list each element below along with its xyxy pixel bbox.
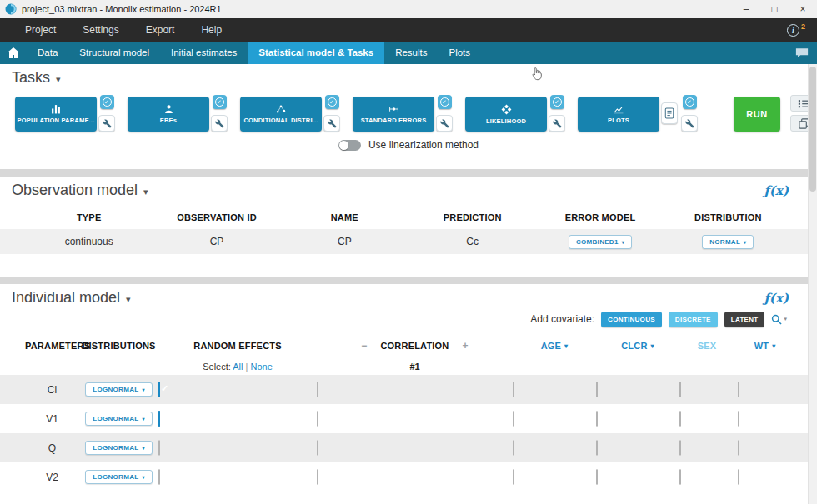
menu-help[interactable]: Help	[188, 18, 235, 42]
parameter-name: Q	[25, 442, 79, 454]
distribution-dropdown[interactable]: LOGNORMAL▾	[85, 441, 152, 455]
conditional-distribution-result-badge[interactable]: ✓	[325, 95, 339, 109]
checkbox-random-effect[interactable]	[158, 382, 160, 397]
standard-errors-result-badge[interactable]: ✓	[438, 95, 452, 109]
checkbox-clcr[interactable]	[596, 469, 598, 485]
likelihood-result-badge[interactable]: ✓	[550, 95, 564, 109]
plots-report-button[interactable]	[661, 102, 678, 124]
covariate-header-clcr[interactable]: CLCR ▾	[596, 341, 679, 351]
standard-errors-button[interactable]: STANDARD ERRORS	[353, 97, 434, 132]
likelihood-settings-button[interactable]	[549, 115, 565, 132]
tab-initial-estimates[interactable]: Initial estimates	[160, 42, 248, 64]
ebes-settings-button[interactable]	[211, 115, 228, 132]
checkbox-clcr[interactable]	[596, 382, 598, 397]
run-button[interactable]: RUN	[734, 97, 780, 132]
home-icon[interactable]	[0, 42, 27, 64]
checkbox-age[interactable]	[513, 382, 514, 397]
chevron-down-icon: ▾	[651, 342, 654, 350]
main-content: Tasks ▾ POPULATION PARAME... ✓	[0, 64, 817, 504]
menu-project[interactable]: Project	[12, 18, 69, 42]
checkbox-wt[interactable]	[738, 440, 739, 456]
checkbox-wt[interactable]	[738, 382, 739, 397]
obs-type-value: continuous	[25, 236, 153, 247]
check-icon: ✓	[215, 97, 224, 107]
task-population-parameters: POPULATION PARAME... ✓	[15, 95, 115, 132]
checkbox-random-effect[interactable]	[158, 469, 160, 485]
checkbox-age[interactable]	[513, 411, 514, 427]
tab-statistical-model-tasks[interactable]: Statistical model & Tasks	[248, 42, 384, 64]
population-parameters-button[interactable]: POPULATION PARAME...	[15, 97, 97, 132]
select-none-link[interactable]: None	[251, 362, 273, 372]
checkbox-random-effect[interactable]	[158, 440, 160, 456]
linearization-toggle[interactable]	[338, 140, 361, 151]
observation-model-formula-icon[interactable]: ƒ(x)	[764, 183, 789, 198]
checkbox-age[interactable]	[513, 440, 514, 456]
individual-model-formula-icon[interactable]: ƒ(x)	[764, 291, 789, 306]
add-latent-covariate-button[interactable]: LATENT	[724, 312, 765, 327]
minimize-button[interactable]: –	[732, 0, 760, 18]
menu-export[interactable]: Export	[133, 18, 188, 42]
feedback-chat-icon[interactable]	[795, 42, 809, 64]
check-icon: ✓	[553, 97, 562, 107]
covariate-header-sex[interactable]: SEX	[679, 341, 738, 351]
population-parameters-result-badge[interactable]: ✓	[100, 95, 114, 109]
plots-settings-button[interactable]	[681, 115, 698, 132]
vertical-scrollbar[interactable]	[808, 64, 817, 504]
conditional-distribution-settings-button[interactable]	[323, 115, 340, 132]
task-likelihood: LIKELIHOOD ✓	[465, 95, 565, 132]
checkbox-correlation[interactable]	[317, 411, 318, 427]
tab-bar: Data Structural model Initial estimates …	[0, 42, 817, 64]
plots-button[interactable]: PLOTS	[578, 97, 659, 132]
checkbox-clcr[interactable]	[596, 411, 598, 427]
ebes-result-badge[interactable]: ✓	[213, 95, 227, 109]
tasks-collapse-caret[interactable]: ▾	[56, 72, 61, 85]
distribution-dropdown[interactable]: LOGNORMAL▾	[85, 412, 152, 426]
checkbox-wt[interactable]	[738, 469, 739, 485]
ebes-button[interactable]: EBEs	[128, 97, 209, 132]
obs-id-value: CP	[153, 236, 280, 247]
likelihood-button[interactable]: LIKELIHOOD	[465, 97, 547, 132]
tab-plots[interactable]: Plots	[439, 42, 482, 64]
tab-structural-model[interactable]: Structural model	[68, 42, 160, 64]
checkbox-clcr[interactable]	[596, 440, 598, 456]
plots-result-badge[interactable]: ✓	[683, 95, 697, 109]
tab-results[interactable]: Results	[384, 42, 438, 64]
standard-errors-settings-button[interactable]	[436, 115, 453, 132]
scatter-icon	[275, 104, 287, 114]
add-continuous-covariate-button[interactable]: CONTINUOUS	[601, 312, 662, 327]
checkbox-sex[interactable]	[679, 382, 681, 397]
covariate-header-wt[interactable]: WT ▾	[738, 341, 792, 351]
distribution-dropdown[interactable]: LOGNORMAL▾	[85, 382, 152, 397]
close-button[interactable]: ×	[789, 0, 817, 18]
select-all-link[interactable]: All	[233, 362, 243, 372]
individual-model-collapse-caret[interactable]: ▾	[126, 292, 131, 305]
distribution-dropdown[interactable]: NORMAL ▾	[702, 235, 754, 249]
checkbox-wt[interactable]	[738, 411, 739, 427]
observation-model-collapse-caret[interactable]: ▾	[143, 184, 148, 197]
population-parameters-settings-button[interactable]	[98, 115, 115, 132]
conditional-distribution-button[interactable]: CONDITIONAL DISTRI...	[240, 97, 322, 132]
column-type: TYPE	[25, 212, 153, 222]
tab-data[interactable]: Data	[27, 42, 68, 64]
notifications-button[interactable]: i 2	[787, 24, 805, 37]
error-model-dropdown[interactable]: COMBINED1 ▾	[569, 235, 632, 249]
distribution-dropdown[interactable]: LOGNORMAL▾	[85, 470, 152, 484]
add-correlation-button[interactable]: +	[463, 340, 469, 352]
checkbox-correlation[interactable]	[317, 469, 318, 485]
maximize-button[interactable]: □	[760, 0, 789, 18]
checkbox-sex[interactable]	[679, 469, 681, 485]
checkbox-sex[interactable]	[679, 440, 681, 456]
add-covariate-label: Add covariate:	[530, 313, 594, 325]
checkbox-correlation[interactable]	[317, 382, 318, 397]
checkbox-correlation[interactable]	[317, 440, 318, 456]
menu-settings[interactable]: Settings	[69, 18, 132, 42]
covariate-header-age[interactable]: AGE ▾	[513, 341, 596, 351]
checkbox-random-effect[interactable]	[158, 411, 160, 427]
chevron-down-icon: ▾	[142, 416, 144, 422]
covariate-search-button[interactable]: ▾	[771, 314, 787, 325]
checkbox-age[interactable]	[513, 469, 514, 485]
scrollbar-thumb[interactable]	[809, 67, 816, 192]
checkbox-sex[interactable]	[679, 411, 681, 427]
remove-correlation-button[interactable]: −	[361, 340, 367, 352]
add-discrete-covariate-button[interactable]: DISCRETE	[669, 312, 718, 327]
